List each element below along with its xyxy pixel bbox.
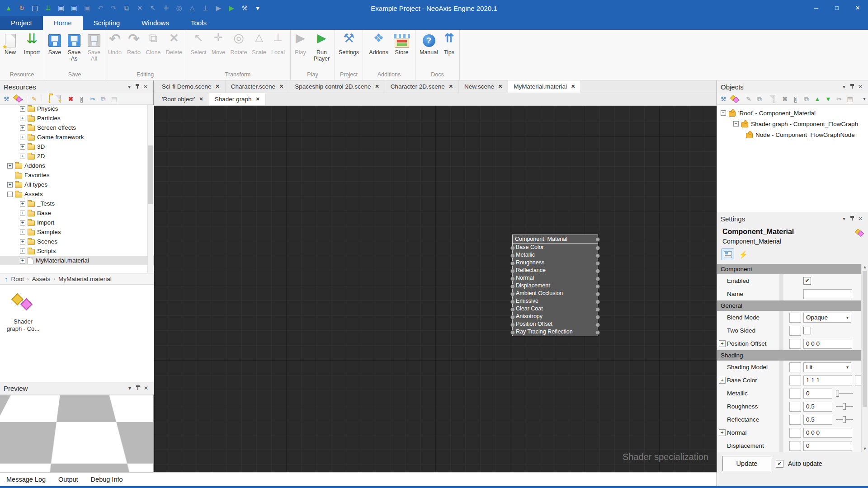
play-button[interactable]: ▶Play xyxy=(292,32,309,70)
node-pin-row[interactable]: Emissive xyxy=(513,297,598,305)
position-offset-field[interactable]: 0 0 0 xyxy=(803,339,852,349)
breadcrumb-assets[interactable]: Assets xyxy=(32,276,51,282)
save-button[interactable]: Save xyxy=(46,32,64,70)
redo-button[interactable]: ↷Redo xyxy=(125,32,143,70)
expander-icon[interactable]: + xyxy=(20,258,25,263)
tab-tools[interactable]: Tools xyxy=(180,16,217,30)
close-icon[interactable]: ✕ xyxy=(856,216,864,222)
save-all-button[interactable]: Save All xyxy=(85,32,104,70)
copy-icon[interactable]: ⧉ xyxy=(803,95,810,103)
expand-plus-icon[interactable]: + xyxy=(719,377,726,384)
blend-mode-select[interactable]: Opaque▾ xyxy=(803,313,851,323)
node-pin-row[interactable]: Clear Coat xyxy=(513,305,598,313)
node-pin-row[interactable]: Metallic xyxy=(513,251,598,259)
settings-scrollbar[interactable]: ▲ ▼ xyxy=(861,264,868,452)
delete-icon[interactable]: ✖ xyxy=(781,95,788,103)
expander-icon[interactable]: + xyxy=(20,211,25,216)
object-tree-item[interactable]: −'Root' - Component_Material xyxy=(717,108,868,118)
display-mode-icon[interactable]: ▾ xyxy=(14,94,23,103)
object-tree-item[interactable]: Node - Component_FlowGraphNode xyxy=(717,129,868,140)
store-button[interactable]: Store xyxy=(392,32,412,70)
flowgraph-node[interactable]: Component_Material Base Color Metallic R… xyxy=(512,235,598,336)
node-pin-row[interactable]: Normal xyxy=(513,274,598,282)
object-tree-item[interactable]: −Shader graph - Component_FlowGraph xyxy=(717,118,868,129)
expander-icon[interactable]: − xyxy=(7,192,13,197)
scale-icon[interactable]: △ xyxy=(188,4,196,12)
tree-item[interactable]: +Screen effects xyxy=(0,123,154,132)
display-mode-icon[interactable] xyxy=(731,95,738,103)
scroll-up-icon[interactable]: ▲ xyxy=(862,264,868,271)
tab-spaceship-control-2d-scene[interactable]: Spaceship control 2D.scene✕ xyxy=(289,80,385,93)
undo-button[interactable]: ↶Undo xyxy=(106,32,124,70)
normal-field[interactable]: 0 0 0 xyxy=(803,428,852,438)
node-pin-row[interactable]: Position Offset xyxy=(513,320,598,328)
tree-item[interactable]: +Samples xyxy=(0,227,154,237)
shader-graph-item[interactable]: Shader graph - Co... xyxy=(5,292,41,333)
tab-debug-info[interactable]: Debug Info xyxy=(91,476,123,483)
new-file-icon[interactable]: ▢ xyxy=(31,4,39,12)
node-pin-row[interactable]: Ray Tracing Reflection xyxy=(513,328,598,336)
tab-mymaterial-material[interactable]: MyMaterial.material✕ xyxy=(508,80,581,93)
save-icon[interactable]: ▣ xyxy=(57,4,65,12)
tree-item[interactable]: +Game framework xyxy=(0,132,154,142)
toolbar-overflow-icon[interactable]: ▾ xyxy=(861,95,868,103)
select-icon[interactable]: ↖ xyxy=(149,4,157,12)
save-as-icon[interactable]: ▣ xyxy=(70,4,78,12)
default-indicator[interactable] xyxy=(789,415,801,425)
tab-home[interactable]: Home xyxy=(43,16,83,30)
edit-icon[interactable]: ✎ xyxy=(745,95,752,103)
tips-button[interactable]: ⇈Tips xyxy=(441,32,458,70)
two-sided-checkbox[interactable] xyxy=(803,327,811,334)
paste-icon[interactable]: ▤ xyxy=(846,95,854,103)
run-player-icon[interactable]: ▶ xyxy=(227,4,236,12)
manual-button[interactable]: Manual xyxy=(418,32,440,70)
local-transform-icon[interactable]: ⊥ xyxy=(201,4,209,12)
clone-icon[interactable]: ⧉ xyxy=(123,4,131,12)
tree-item[interactable]: +3D xyxy=(0,142,154,151)
rotate-button[interactable]: ◎Rotate xyxy=(228,32,249,70)
displacement-field[interactable]: 0 xyxy=(803,441,852,451)
save-as-button[interactable]: Save As xyxy=(65,32,84,70)
default-indicator[interactable] xyxy=(789,428,801,438)
delete-icon[interactable]: ✕ xyxy=(136,4,144,12)
tree-item[interactable]: −Assets xyxy=(0,189,154,199)
move-down-icon[interactable]: ▼ xyxy=(825,95,832,103)
default-indicator[interactable] xyxy=(789,362,801,372)
pin-icon[interactable] xyxy=(848,215,856,222)
name-field[interactable] xyxy=(803,289,852,299)
tab-character-2d-scene[interactable]: Character 2D.scene✕ xyxy=(385,80,459,93)
expander-icon[interactable]: + xyxy=(20,106,25,112)
pin-icon[interactable] xyxy=(848,83,856,90)
tab-output[interactable]: Output xyxy=(58,476,78,483)
qat-menu-icon[interactable]: ▾ xyxy=(254,4,262,12)
cut-icon[interactable]: ✂ xyxy=(89,95,96,103)
expander-icon[interactable]: + xyxy=(20,154,25,159)
tree-item[interactable]: +Import xyxy=(0,218,154,227)
scale-button[interactable]: △Scale xyxy=(250,32,268,70)
expander-icon[interactable]: + xyxy=(20,116,25,121)
tab-message-log[interactable]: Message Log xyxy=(6,476,46,483)
default-indicator[interactable] xyxy=(789,326,801,336)
scroll-down-icon[interactable]: ▼ xyxy=(862,446,868,452)
paste-icon[interactable]: ▤ xyxy=(111,95,118,103)
tree-item[interactable]: +Scripts xyxy=(0,246,154,256)
expander-icon[interactable]: + xyxy=(20,249,25,254)
breadcrumb-file[interactable]: MyMaterial.material xyxy=(58,276,112,282)
expander-icon[interactable]: + xyxy=(20,239,25,244)
tree-item[interactable]: Favorites xyxy=(0,170,154,180)
reflectance-field[interactable]: 0.5 xyxy=(803,415,832,425)
tools-icon[interactable]: ⚒ xyxy=(241,4,249,12)
close-button[interactable]: ✕ xyxy=(847,0,868,16)
roughness-slider[interactable] xyxy=(836,403,853,410)
move-button[interactable]: ✛Move xyxy=(209,32,227,70)
expander-icon[interactable]: − xyxy=(721,110,726,116)
breadcrumb-root[interactable]: Root xyxy=(11,276,24,282)
move-up-icon[interactable]: ▲ xyxy=(814,95,821,103)
node-pin-row[interactable]: Roughness xyxy=(513,259,598,267)
expander-icon[interactable]: + xyxy=(7,182,13,188)
minimize-button[interactable]: ─ xyxy=(806,0,826,16)
metallic-slider[interactable] xyxy=(836,389,853,397)
delete-button[interactable]: ✕Delete xyxy=(164,32,184,70)
tree-item[interactable]: +Scenes xyxy=(0,237,154,246)
tab-character-scene[interactable]: Character.scene✕ xyxy=(226,80,290,93)
